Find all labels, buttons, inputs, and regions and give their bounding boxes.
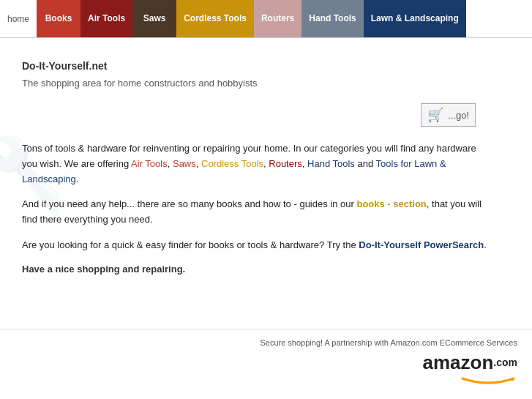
header-bar: home Books Air Tools Saws Cordless Tools… xyxy=(0,0,532,38)
amazon-smile-container xyxy=(15,376,517,388)
amazon-logo: amazon .com xyxy=(15,351,517,374)
tagline: The shopping area for home constructors … xyxy=(22,78,490,89)
paragraph-1: Tons of tools & hardware for reinventing… xyxy=(22,141,490,187)
nav-bar: Books Air Tools Saws Cordless Tools Rout… xyxy=(37,0,532,37)
link-hand-tools[interactable]: Hand Tools xyxy=(307,158,355,169)
p2-pre: And if you need any help... there are so… xyxy=(22,198,356,209)
p1-and2: and xyxy=(355,158,376,169)
search-box[interactable]: 🛒 ...go! xyxy=(421,103,476,127)
link-powersearch[interactable]: Do-It-Yourself PowerSearch xyxy=(359,239,484,250)
amazon-text: amazon xyxy=(423,351,494,374)
footer-secure-text: Secure shopping! A partnership with Amaz… xyxy=(15,338,517,347)
search-row: 🛒 ...go! xyxy=(22,103,490,127)
closing-text: Have a nice shopping and repairing. xyxy=(22,264,490,275)
page-wrapper: home Books Air Tools Saws Cordless Tools… xyxy=(0,0,532,397)
paragraph-2: And if you need any help... there are so… xyxy=(22,197,490,228)
nav-home[interactable]: home xyxy=(0,0,37,37)
footer: Secure shopping! A partnership with Amaz… xyxy=(0,329,532,397)
nav-item-cordless[interactable]: Cordless Tools xyxy=(176,0,254,37)
nav-item-hand-tools[interactable]: Hand Tools xyxy=(301,0,363,37)
link-routers[interactable]: Routers xyxy=(269,158,302,169)
p1-c2: , xyxy=(196,158,201,169)
p3-pre: Are you looking for a quick & easy finde… xyxy=(22,239,359,250)
main-content: Do-It-Yourself.net The shopping area for… xyxy=(0,38,512,299)
amazon-smile-icon xyxy=(459,376,517,386)
link-saws[interactable]: Saws xyxy=(173,158,196,169)
link-air-tools[interactable]: Air Tools xyxy=(131,158,168,169)
nav-item-lawn[interactable]: Lawn & Landscaping xyxy=(364,0,466,37)
p1-end: . xyxy=(76,174,79,184)
nav-item-air-tools[interactable]: Air Tools xyxy=(80,0,132,37)
cart-icon: 🛒 xyxy=(427,107,443,123)
nav-item-saws[interactable]: Saws xyxy=(132,0,176,37)
link-books[interactable]: books - section xyxy=(356,198,426,209)
amazon-com: .com xyxy=(493,357,517,368)
link-cordless[interactable]: Cordless Tools xyxy=(201,158,263,169)
p1-and: , xyxy=(302,158,307,169)
nav-item-books[interactable]: Books xyxy=(37,0,80,37)
paragraph-3: Are you looking for a quick & easy finde… xyxy=(22,238,490,253)
p1-c1: , xyxy=(168,158,173,169)
nav-item-routers[interactable]: Routers xyxy=(254,0,301,37)
site-name: Do-It-Yourself.net xyxy=(22,60,490,72)
p3-post: . xyxy=(484,239,487,250)
search-go-label[interactable]: ...go! xyxy=(448,110,469,121)
